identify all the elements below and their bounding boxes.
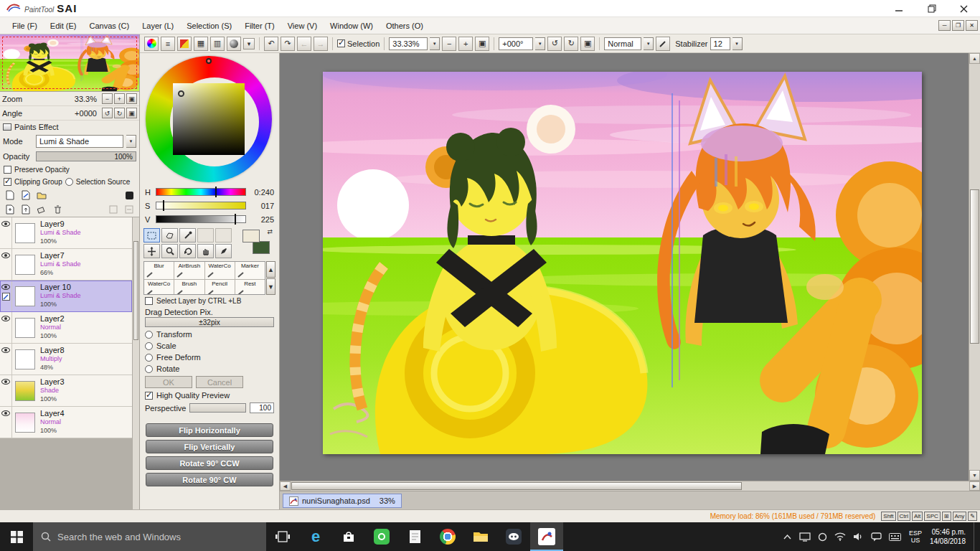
start-button[interactable]	[0, 522, 33, 551]
layer-row-layer7[interactable]: Layer7 Lumi & Shade 66%	[0, 249, 132, 281]
keyboard-icon[interactable]	[889, 533, 901, 541]
brush-tool-cell[interactable]: Blur	[144, 262, 174, 279]
layer-row-layer3[interactable]: Layer3 Shade 100%	[0, 375, 132, 407]
layer-thumbnail[interactable]	[15, 255, 35, 275]
layer-row-layer9[interactable]: Layer9 Lumi & Shade 100%	[0, 217, 132, 249]
swap-colors-icon[interactable]: ⇄	[267, 228, 273, 235]
scroll-left-arrow[interactable]: ◀	[280, 481, 291, 491]
taskbar-app-chrome[interactable]	[431, 522, 464, 551]
move-tool[interactable]	[143, 244, 160, 258]
layer-thumbnail[interactable]	[15, 381, 35, 401]
scrollbar-thumb[interactable]	[133, 241, 138, 340]
slider-marker[interactable]	[163, 200, 164, 211]
brush-tool-cell[interactable]: WaterCo	[205, 262, 235, 279]
color-wheel-toggle-button[interactable]	[144, 37, 159, 51]
navigator-thumbnail[interactable]	[0, 34, 139, 92]
taskbar-app-painttool-sai-active[interactable]	[530, 522, 563, 551]
new-layer-icon[interactable]	[4, 189, 17, 201]
color-sliders-toggle-button[interactable]: ≡	[161, 37, 175, 51]
rotate-radio[interactable]	[145, 365, 153, 373]
slider-marker[interactable]	[235, 214, 236, 225]
document-tab[interactable]: nuniSunaghata.psd 33%	[283, 494, 402, 508]
restore-button[interactable]	[915, 0, 948, 17]
foreground-color-swatch[interactable]	[242, 230, 260, 242]
stabilizer-combo[interactable]: 12	[710, 37, 730, 50]
rotate-cw-button[interactable]: ↻	[564, 37, 578, 51]
cancel-button[interactable]: Cancel	[196, 376, 243, 388]
menu-window[interactable]: Window (W)	[324, 19, 380, 32]
new-linework-layer-icon[interactable]	[19, 189, 32, 201]
copy-layer-icon[interactable]	[4, 204, 17, 215]
vertical-scrollbar[interactable]: ▲ ▼	[969, 53, 980, 481]
layer-row-layer2[interactable]: Layer2 Normal 100%	[0, 312, 132, 344]
canvas-viewport[interactable]	[280, 53, 969, 481]
brush-settings-button[interactable]	[656, 37, 670, 51]
menu-filter[interactable]: Filter (T)	[238, 19, 281, 32]
taskbar-app-explorer[interactable]	[464, 522, 497, 551]
menu-others[interactable]: Others (O)	[380, 19, 430, 32]
ok-button[interactable]: OK	[145, 376, 192, 388]
angle-reset-button[interactable]: ▣	[580, 37, 595, 51]
layer-thumbnail[interactable]	[15, 223, 35, 243]
rect-select-tool[interactable]	[143, 228, 160, 242]
paints-effect-header[interactable]: Paints Effect	[0, 121, 139, 133]
layer-mask-icon[interactable]	[123, 189, 136, 201]
visibility-eye-icon[interactable]	[1, 316, 10, 321]
sv-cursor[interactable]	[178, 90, 184, 97]
close-button[interactable]	[948, 0, 980, 17]
slider-marker[interactable]	[215, 187, 217, 197]
nav-zoom-in-button[interactable]: +	[114, 93, 125, 104]
brush-tool-cell[interactable]: AirBrush	[174, 262, 204, 279]
scale-radio[interactable]	[145, 342, 153, 350]
task-view-button[interactable]	[266, 522, 299, 551]
saturation-value-square[interactable]	[173, 83, 245, 155]
zoom-combo[interactable]: 33.33%	[389, 37, 428, 50]
menu-layer[interactable]: Layer (L)	[136, 19, 180, 32]
hue-slider[interactable]	[156, 188, 246, 196]
layer-thumbnail[interactable]	[15, 318, 35, 338]
nav-rotate-ccw-button[interactable]: ↺	[102, 108, 113, 118]
preserve-opacity-checkbox[interactable]	[4, 166, 11, 174]
taskbar-search-box[interactable]: Search the web and Windows	[33, 522, 266, 551]
value-slider[interactable]	[156, 215, 246, 223]
nav-zoom-out-button[interactable]: −	[102, 93, 113, 104]
nav-rotate-cw-button[interactable]: ↻	[114, 108, 125, 118]
brush-tool-cell[interactable]: Brush	[174, 280, 204, 295]
scroll-up-arrow[interactable]: ▲	[969, 53, 980, 64]
saturation-slider[interactable]	[156, 202, 246, 209]
panel-dropdown-button[interactable]: ▾	[243, 38, 255, 50]
layer-row-layer8[interactable]: Layer8 Multiply 48%	[0, 344, 132, 375]
visibility-eye-icon[interactable]	[1, 379, 10, 385]
lasso-tool[interactable]	[161, 228, 178, 242]
hidden-icons-chevron-icon[interactable]	[783, 534, 792, 540]
brush-grid-scroll-down[interactable]: ▼	[266, 278, 275, 295]
hue-cursor[interactable]	[206, 58, 212, 64]
show-desktop-button[interactable]	[974, 522, 977, 551]
layer-thumbnail[interactable]	[15, 286, 35, 306]
history-forward-button[interactable]: →	[314, 37, 328, 51]
delete-layer-icon[interactable]	[51, 204, 64, 215]
zoom-tool[interactable]	[161, 244, 178, 258]
blend-mode-combo[interactable]: Normal	[604, 37, 641, 50]
taskbar-clock[interactable]: 05:46 p.m. 14/08/2018	[930, 527, 966, 546]
doc-restore-button[interactable]: ❐	[952, 20, 964, 31]
visibility-eye-icon[interactable]	[1, 410, 10, 416]
minimize-button[interactable]	[883, 0, 915, 17]
scroll-down-arrow[interactable]: ▼	[969, 470, 980, 481]
flip-horizontally-button[interactable]: Flip Horizontally	[146, 423, 273, 437]
menu-canvas[interactable]: Canvas (C)	[83, 19, 136, 32]
pen-tool[interactable]	[215, 244, 232, 258]
zoom-in-button[interactable]: +	[458, 37, 473, 51]
hq-preview-checkbox[interactable]	[145, 392, 153, 400]
color-mixer-toggle-button[interactable]	[177, 37, 192, 51]
language-indicator[interactable]: ESP US	[909, 529, 922, 544]
visibility-eye-icon[interactable]	[1, 221, 10, 227]
zoom-reset-button[interactable]: ▣	[475, 37, 489, 51]
taskbar-app-green[interactable]	[365, 522, 398, 551]
brush-tool-cell[interactable]: Pencil	[205, 280, 235, 295]
background-color-swatch[interactable]	[253, 241, 270, 254]
rotate-90-ccw-button[interactable]: Rotate 90° CCW	[146, 456, 273, 470]
stabilizer-dropdown-icon[interactable]: ▼	[732, 37, 743, 50]
select-layer-checkbox[interactable]	[145, 297, 153, 305]
volume-icon[interactable]	[853, 532, 864, 541]
